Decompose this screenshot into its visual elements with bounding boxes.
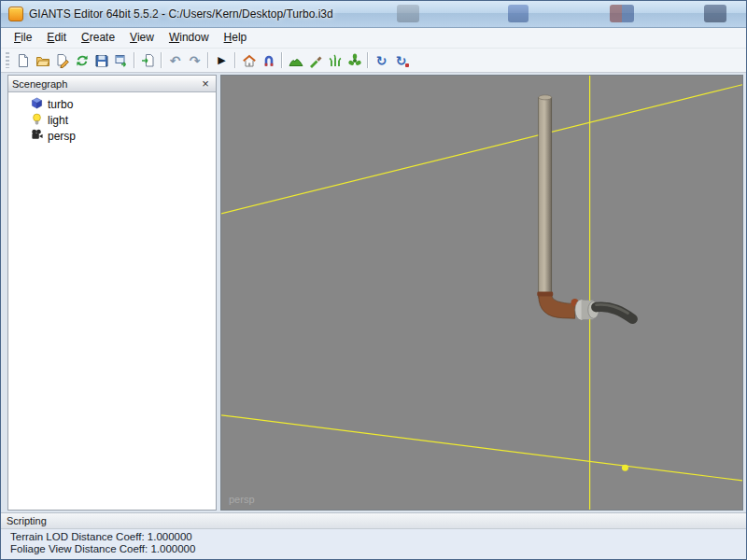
open-file-button[interactable] — [33, 50, 52, 70]
desktop-icon-glimpse — [704, 5, 726, 22]
toolbar-separator — [134, 52, 135, 68]
redo-arrow-icon: ↷ — [190, 54, 201, 67]
grid-lines — [221, 76, 742, 510]
turbo-model — [537, 95, 632, 320]
toolbar-separator — [367, 52, 369, 68]
main-area: Scenegraph × turbo light persp — [1, 73, 746, 512]
title-bar[interactable]: GIANTS Editor 64bit 5.5.2 - C:/Users/Ker… — [1, 1, 746, 28]
reload-button[interactable] — [72, 50, 92, 70]
tree-item-label: turbo — [48, 98, 73, 111]
scripting-panel-header: Scripting — [1, 512, 746, 529]
terrain-paint-button[interactable] — [305, 50, 325, 70]
open-folder-icon — [35, 53, 50, 68]
import-button[interactable] — [138, 50, 158, 70]
toolbar: ↶ ↷ ▶ ↻ ↻ — [1, 49, 746, 73]
undo-arrow-icon: ↶ — [170, 54, 181, 67]
export-window-icon — [114, 53, 129, 68]
menu-bar: File Edit Create View Window Help — [1, 28, 746, 49]
toolbar-separator — [161, 52, 162, 68]
import-page-icon — [141, 53, 156, 68]
terrain-foliage-button[interactable] — [325, 50, 345, 70]
script-settings-button[interactable]: ↻ — [391, 50, 411, 70]
viewport-scene — [221, 76, 742, 510]
menu-view[interactable]: View — [122, 28, 162, 48]
export-button[interactable] — [111, 50, 131, 70]
scenegraph-title: Scenegraph — [12, 78, 199, 90]
new-file-button[interactable] — [13, 50, 33, 70]
scripting-log-line: Terrain LOD Distance Coeff: 1.000000 — [10, 531, 746, 543]
toolbar-separator — [234, 52, 236, 68]
scripting-console: Terrain LOD Distance Coeff: 1.000000 Fol… — [1, 529, 746, 559]
terrain-sculpt-button[interactable] — [286, 50, 305, 70]
window-title: GIANTS Editor 64bit 5.5.2 - C:/Users/Ker… — [29, 7, 333, 21]
save-floppy-icon — [94, 53, 109, 68]
menu-create[interactable]: Create — [74, 28, 122, 48]
tree-item-label: light — [48, 114, 68, 127]
frame-home-button[interactable] — [239, 50, 259, 70]
undo-button[interactable]: ↶ — [165, 50, 185, 70]
save-button[interactable] — [92, 50, 111, 70]
script-reload-icon: ↻ — [376, 54, 388, 67]
desktop-icon-glimpse — [508, 5, 529, 22]
tree-item-persp[interactable]: persp — [8, 128, 216, 144]
magnet-icon — [261, 53, 276, 68]
tree-item-turbo[interactable]: turbo — [8, 96, 216, 112]
green-reload-arrows-icon — [75, 53, 90, 68]
menu-help[interactable]: Help — [217, 28, 255, 48]
reload-scripts-button[interactable]: ↻ — [372, 50, 391, 70]
scripting-title: Scripting — [7, 515, 47, 526]
snap-magnet-button[interactable] — [259, 50, 278, 70]
scenegraph-header: Scenegraph × — [8, 76, 216, 92]
redo-button[interactable]: ↷ — [185, 50, 204, 70]
edit-document-button[interactable] — [52, 50, 72, 70]
play-button[interactable]: ▶ — [212, 50, 232, 70]
scripting-log-line: Foliage View Distance Coeff: 1.000000 — [10, 543, 746, 555]
new-file-icon — [16, 53, 31, 68]
grid-marker-dot — [622, 465, 628, 471]
scenegraph-tree: turbo light persp — [8, 92, 216, 510]
tree-item-label: persp — [48, 130, 76, 143]
toolbar-separator — [207, 52, 209, 68]
edit-document-icon — [55, 53, 70, 68]
terrain-sculpt-icon — [289, 53, 303, 68]
menu-file[interactable]: File — [7, 28, 39, 48]
terrain-fan-icon — [347, 53, 362, 68]
toolbar-grip[interactable] — [6, 52, 9, 68]
menu-window[interactable]: Window — [162, 28, 217, 48]
tree-item-light[interactable]: light — [8, 112, 216, 128]
home-icon — [242, 53, 257, 68]
toolbar-separator — [281, 52, 283, 68]
editor-window: GIANTS Editor 64bit 5.5.2 - C:/Users/Ker… — [0, 0, 747, 560]
desktop-icon-glimpse — [610, 5, 634, 22]
viewport-camera-label: persp — [229, 494, 255, 505]
viewport-3d[interactable]: persp — [220, 75, 743, 511]
red-dot-badge — [405, 63, 409, 67]
desktop-icon-glimpse — [397, 5, 419, 22]
light-bulb-icon — [31, 113, 43, 128]
camera-icon — [31, 129, 43, 144]
cube-icon — [31, 97, 43, 112]
terrain-detail-button[interactable] — [345, 50, 364, 70]
scenegraph-panel: Scenegraph × turbo light persp — [7, 75, 217, 511]
close-icon[interactable]: × — [199, 77, 212, 91]
terrain-paint-icon — [308, 53, 323, 68]
menu-edit[interactable]: Edit — [39, 28, 74, 48]
app-icon[interactable] — [8, 7, 23, 21]
terrain-foliage-icon — [328, 53, 343, 68]
play-icon: ▶ — [218, 55, 225, 65]
